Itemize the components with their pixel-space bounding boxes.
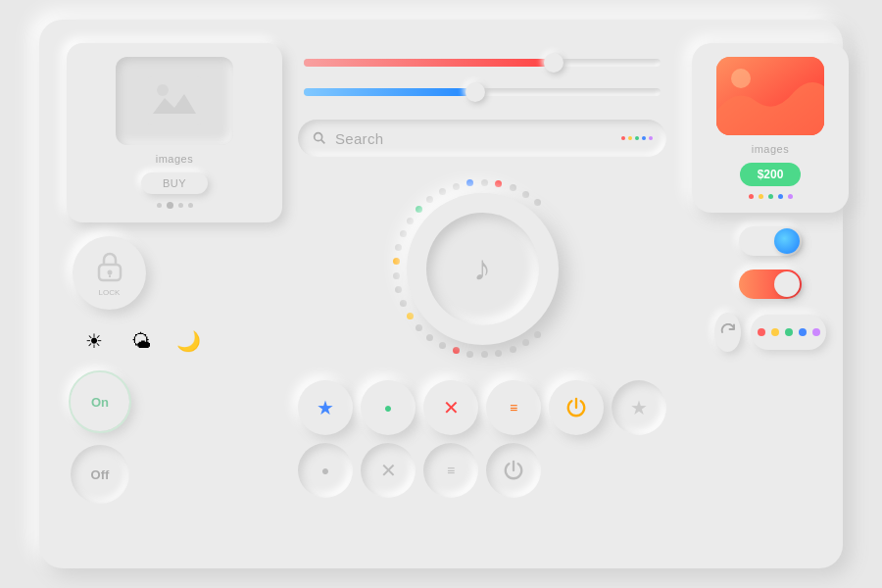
ind-dot-4 [799, 328, 807, 336]
knob-dot-22 [466, 179, 473, 186]
star-icon-inactive: ★ [630, 396, 648, 419]
image-thumbnail [116, 57, 233, 145]
slider-red-thumb[interactable] [544, 53, 564, 73]
app-icon [716, 57, 824, 135]
thumbnail-icon [145, 76, 204, 125]
knob-dot-0 [534, 331, 541, 338]
search-placeholder: Search [335, 130, 613, 147]
slider-blue-fill [304, 88, 475, 96]
main-panel: images BUY LOCK [39, 20, 843, 568]
knob-dot-21 [453, 183, 460, 190]
moon-icon[interactable]: 🌙 [171, 323, 206, 359]
toggle-blue-switch[interactable] [739, 226, 802, 256]
knob-dot-4 [481, 351, 488, 358]
music-note-icon: ♪ [473, 248, 491, 289]
knob-dot-19 [426, 196, 433, 203]
search-dot-blue [642, 136, 646, 140]
eq-button-inactive[interactable]: ≡ [423, 443, 478, 498]
slider-red-fill [304, 59, 554, 67]
knob-dot-8 [426, 334, 433, 341]
knob-dot-12 [395, 286, 402, 293]
x-button-inactive[interactable]: ✕ [361, 443, 416, 498]
app-dot-3 [768, 194, 773, 199]
weather-row: ☀ 🌤 🌙 [67, 323, 282, 359]
image-card-label: images [156, 153, 193, 165]
star-button-active[interactable]: ★ [298, 380, 353, 435]
on-off-row: On [67, 372, 282, 431]
buy-button[interactable]: BUY [141, 172, 208, 194]
middle-column: Search ♪ ★ [298, 43, 666, 545]
app-dot-4 [778, 194, 783, 199]
toggle-orange-switch[interactable] [739, 270, 802, 299]
app-dot-2 [759, 194, 763, 199]
knob-dot-3 [495, 350, 502, 357]
svg-rect-0 [145, 76, 204, 125]
sliders-area [298, 43, 666, 106]
knob-dot-1 [522, 339, 529, 346]
card-dots [157, 202, 193, 209]
knob-dot-26 [522, 191, 529, 198]
knob-dot-2 [510, 346, 516, 353]
svg-line-6 [321, 140, 325, 144]
price-button[interactable]: $200 [740, 163, 802, 186]
card-dot-3 [178, 203, 183, 208]
svg-point-1 [157, 84, 169, 96]
on-button[interactable]: On [71, 372, 129, 431]
cloud-icon[interactable]: 🌤 [123, 323, 159, 359]
knob-dot-10 [407, 313, 414, 319]
knob-dot-11 [400, 300, 407, 307]
ind-dot-5 [812, 328, 820, 336]
search-dot-yellow [628, 136, 632, 140]
knob-dot-16 [400, 230, 407, 237]
search-dots [621, 136, 653, 140]
eq-button-active[interactable]: ≡ [486, 380, 541, 435]
knob-area: ♪ [384, 171, 580, 367]
dot-button-active[interactable]: ● [361, 380, 416, 435]
volume-knob[interactable]: ♪ [407, 193, 559, 345]
dot-button-inactive[interactable]: ● [298, 443, 353, 498]
svg-point-8 [731, 69, 751, 88]
app-dot-5 [788, 194, 793, 199]
knob-dot-20 [439, 188, 446, 195]
power-icon-inactive [503, 460, 524, 481]
reload-icon [719, 323, 737, 341]
star-icon-active: ★ [317, 396, 334, 419]
dot-icon-active: ● [384, 400, 392, 416]
knob-dot-13 [393, 272, 400, 279]
button-grid-active: ★ ● ✕ ≡ ★ ● [298, 380, 666, 498]
off-button[interactable]: Off [71, 445, 129, 504]
x-button-active[interactable]: ✕ [423, 380, 478, 435]
search-dot-purple [649, 136, 653, 140]
power-icon-active [565, 397, 587, 418]
toggle-blue-thumb [774, 228, 800, 254]
dot-icon-inactive: ● [321, 463, 329, 478]
x-icon-active: ✕ [443, 396, 460, 419]
knob-dot-9 [416, 324, 422, 331]
slider-blue-thumb[interactable] [466, 82, 485, 102]
search-dot-green [635, 136, 639, 140]
eq-icon-inactive: ≡ [447, 463, 455, 478]
knob-dot-25 [510, 184, 516, 191]
knob-dot-6 [453, 347, 460, 354]
off-row: Off [67, 445, 282, 504]
lock-icon [94, 249, 125, 284]
ind-dot-2 [771, 328, 779, 336]
reload-button[interactable] [714, 313, 741, 352]
indicator-dots-row [751, 315, 826, 350]
sun-icon[interactable]: ☀ [76, 323, 112, 359]
indicator-reload-row [714, 313, 826, 352]
slider-red-track [304, 59, 661, 67]
star-button-inactive[interactable]: ★ [612, 380, 666, 435]
lock-button[interactable]: LOCK [73, 236, 146, 310]
toggle-orange-thumb [774, 271, 800, 297]
search-bar[interactable]: Search [298, 120, 666, 157]
svg-point-5 [315, 133, 322, 141]
knob-dot-5 [466, 351, 473, 358]
power-button-inactive[interactable] [486, 443, 541, 498]
power-button-active[interactable] [549, 380, 604, 435]
card-dot-1 [157, 203, 162, 208]
knob-dot-7 [439, 342, 446, 349]
ind-dot-1 [758, 328, 765, 336]
search-dot-red [621, 136, 625, 140]
knob-dot-27 [534, 199, 541, 206]
